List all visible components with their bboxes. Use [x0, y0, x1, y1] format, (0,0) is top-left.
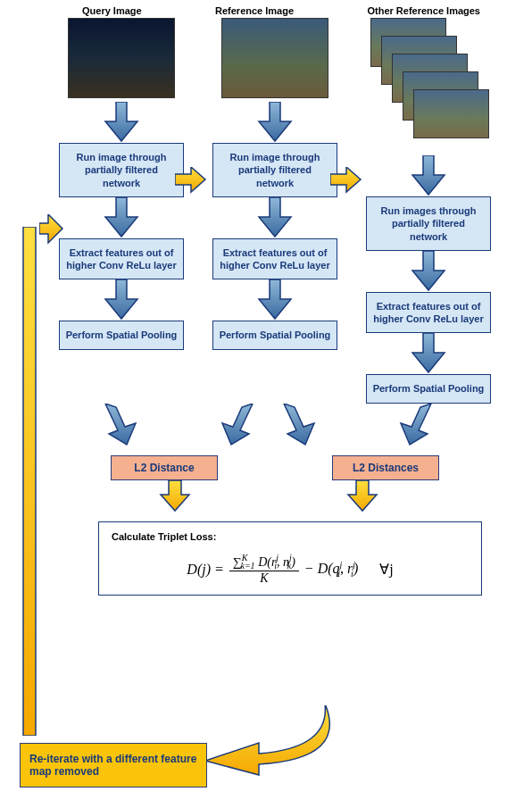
arrow-down-icon — [346, 480, 378, 512]
arrow-down-icon — [411, 333, 446, 374]
extract-box-ref: Extract features out of higher Conv ReLu… — [212, 238, 337, 280]
other-column: Run images through partially filtered ne… — [357, 18, 500, 404]
arrow-right-icon — [175, 167, 207, 194]
extract-box-other: Extract features out of higher Conv ReLu… — [366, 292, 491, 334]
run-network-box-other: Run images through partially filtered ne… — [366, 196, 491, 251]
reference-image — [221, 18, 328, 98]
arrow-down-icon — [257, 102, 293, 143]
arrow-diag-icon — [397, 404, 442, 446]
svg-rect-0 — [23, 227, 36, 736]
arrow-down-icon — [159, 480, 191, 512]
reiterate-box: Re-iterate with a different feature map … — [20, 743, 207, 788]
extract-box-query: Extract features out of higher Conv ReLu… — [59, 238, 184, 280]
reference-column: Run image through partially filtered net… — [204, 18, 346, 404]
pool-box-query: Perform Spatial Pooling — [59, 321, 184, 349]
arrow-down-icon — [257, 279, 293, 321]
arrow-right-icon — [39, 214, 64, 245]
pool-box-other: Perform Spatial Pooling — [366, 374, 491, 403]
arrow-down-icon — [104, 102, 139, 143]
formula-math: D(j) = ∑Kk=1 D(rji, njk) K − D(qji, rji)… — [112, 553, 469, 586]
triplet-loss-box: Calculate Triplet Loss: D(j) = ∑Kk=1 D(r… — [98, 521, 482, 596]
header-query: Query Image — [82, 5, 142, 16]
pool-box-ref: Perform Spatial Pooling — [212, 321, 337, 349]
other-images-stack — [370, 18, 486, 152]
arrow-diag-icon — [98, 404, 143, 446]
header-other: Other Reference Images — [367, 5, 480, 16]
l2-distances-box: L2 Distances — [332, 455, 439, 480]
arrow-down-icon — [104, 197, 139, 238]
arrow-right-icon — [330, 167, 362, 194]
arrow-diag-icon — [219, 404, 263, 446]
arrow-down-icon — [104, 279, 139, 321]
loop-bar — [16, 227, 43, 736]
curved-arrow-icon — [205, 705, 366, 777]
l2-distance-box: L2 Distance — [111, 455, 218, 480]
query-column: Run image through partially filtered net… — [50, 18, 193, 404]
arrow-down-icon — [411, 155, 446, 196]
query-image — [68, 18, 175, 98]
arrow-diag-icon — [277, 404, 321, 446]
arrow-down-icon — [257, 197, 293, 238]
arrow-down-icon — [411, 251, 446, 292]
run-network-box-ref: Run image through partially filtered net… — [212, 143, 337, 197]
run-network-box-query: Run image through partially filtered net… — [59, 143, 184, 197]
header-reference: Reference Image — [215, 5, 294, 16]
formula-title: Calculate Triplet Loss: — [112, 531, 469, 542]
